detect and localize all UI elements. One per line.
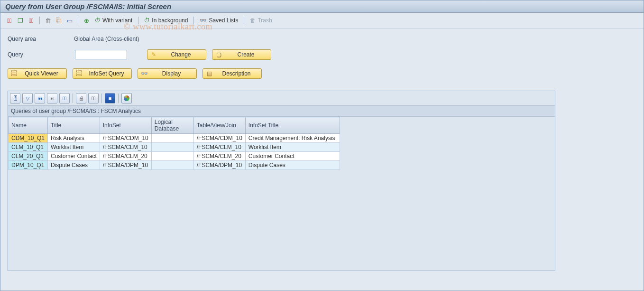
print-icon[interactable]: 🖨	[76, 93, 86, 103]
glasses-icon: 👓	[140, 70, 148, 77]
cell-title[interactable]: Worklist Item	[48, 143, 100, 152]
change-button[interactable]: ✎ Change	[147, 49, 206, 60]
filter-icon[interactable]: ▽⃒	[59, 93, 70, 103]
execute-direct-icon[interactable]: ⊕	[82, 16, 91, 25]
query-area-row: Query area Global Area (Cross-client)	[8, 36, 636, 42]
export-icon[interactable]: ⊞⃒	[88, 93, 99, 103]
with-variant-button[interactable]: ⏱ With variant	[93, 17, 134, 24]
secondary-button-row: ⿳ Quick Viewer ⿳ InfoSet Query 👓 Display…	[8, 68, 636, 79]
query-label: Query	[8, 51, 69, 58]
quick-viewer-button[interactable]: ⿳ Quick Viewer	[8, 68, 67, 79]
query-area-value: Global Area (Cross-client)	[74, 36, 139, 42]
in-background-button[interactable]: ⏱ In background	[142, 17, 190, 24]
infoset-query-label: InfoSet Query	[83, 70, 129, 77]
grid-caption: Queries of user group /FSCMA/IS : FSCM A…	[8, 105, 555, 117]
tree-icon: ⿳	[75, 70, 83, 77]
content-area: Query area Global Area (Cross-client) Qu…	[0, 28, 644, 278]
cell-ldb[interactable]	[151, 143, 193, 152]
cell-it[interactable]: Worklist Item	[245, 143, 340, 152]
cell-ldb[interactable]	[151, 134, 193, 143]
change-label: Change	[158, 51, 204, 58]
glasses-icon: 👓	[200, 17, 207, 24]
cell-infoset[interactable]: /FSCMA/CDM_10	[100, 134, 151, 143]
separator	[78, 17, 78, 24]
delete-icon[interactable]: 🗑	[44, 16, 52, 25]
query-input[interactable]	[75, 50, 127, 59]
saved-lists-button[interactable]: 👓 Saved Lists	[198, 17, 240, 24]
col-tvj[interactable]: Table/View/Join	[193, 117, 245, 134]
clock-icon: ⏱	[95, 17, 101, 24]
separator	[138, 17, 138, 24]
col-name[interactable]: Name	[9, 117, 48, 134]
col-ldb[interactable]: Logical Database	[151, 117, 193, 134]
execute-icon[interactable]: ✎⃝	[5, 16, 14, 25]
description-button[interactable]: ▤ Description	[202, 68, 262, 79]
infoset-query-button[interactable]: ⿳ InfoSet Query	[73, 68, 132, 79]
display-button[interactable]: 👓 Display	[138, 68, 197, 79]
separator	[39, 17, 40, 24]
cell-title[interactable]: Customer Contact	[48, 152, 100, 161]
cell-infoset[interactable]: /FSCMA/CLM_10	[100, 143, 151, 152]
create-button[interactable]: ▢ Create	[212, 49, 271, 60]
execute-new-icon[interactable]: ❐	[16, 16, 25, 25]
page-title: Query from User Group /FSCMA/IS: Initial…	[0, 0, 644, 13]
col-infoset-title[interactable]: InfoSet Title	[245, 117, 340, 134]
query-grid-panel: 🗄 ▽ ⏮ ⏯ ▽⃒ 🖨 ⊞⃒ ■ Queries of user group …	[8, 91, 555, 271]
cell-tvj[interactable]: /FSCMA/CLM_10	[193, 143, 245, 152]
trash-label: Trash	[258, 17, 272, 24]
cell-name[interactable]: CLM_10_Q1	[9, 143, 48, 152]
table-row[interactable]: CDM_10_Q1Risk Analysis/FSCMA/CDM_10/FSCM…	[9, 134, 340, 143]
separator	[244, 17, 244, 24]
cell-it[interactable]: Credit Management: Risk Analysis	[245, 134, 340, 143]
separator	[73, 94, 73, 103]
create-label: Create	[223, 51, 269, 58]
sort-asc-icon[interactable]: ▽	[22, 93, 33, 103]
trash-icon: 🗑	[250, 17, 256, 24]
table-header-row: Name Title InfoSet Logical Database Tabl…	[9, 117, 340, 134]
cell-it[interactable]: Customer Contact	[245, 152, 340, 161]
display-label: Display	[148, 70, 194, 77]
cell-name[interactable]: DPM_10_Q1	[9, 161, 48, 170]
separator	[101, 94, 102, 103]
pencil-icon: ✎	[149, 51, 158, 58]
query-area-label: Query area	[8, 36, 69, 42]
cell-name[interactable]: CLM_20_Q1	[9, 152, 48, 161]
cell-ldb[interactable]	[151, 161, 193, 170]
cell-it[interactable]: Dispute Cases	[245, 161, 340, 170]
sort-desc-icon[interactable]: ⏮	[35, 93, 45, 103]
cell-title[interactable]: Risk Analysis	[48, 134, 100, 143]
query-row: Query ✎ Change ▢ Create	[8, 49, 636, 60]
cell-infoset[interactable]: /FSCMA/DPM_10	[100, 161, 151, 170]
cell-infoset[interactable]: /FSCMA/CLM_20	[100, 152, 151, 161]
graphic-icon[interactable]	[121, 93, 132, 103]
cell-tvj[interactable]: /FSCMA/CLM_20	[193, 152, 245, 161]
application-toolbar: ✎⃝ ❐ ▷⃒ 🗑 ⿻ ▭ ⊕ ⏱ With variant ⏱ In back…	[0, 13, 644, 28]
separator	[118, 94, 119, 103]
cell-title[interactable]: Dispute Cases	[48, 161, 100, 170]
find-icon[interactable]: ⏯	[47, 93, 57, 103]
table-row[interactable]: CLM_10_Q1Worklist Item/FSCMA/CLM_10/FSCM…	[9, 143, 340, 152]
copy-icon[interactable]: ⿻	[55, 16, 63, 25]
in-background-label: In background	[152, 17, 188, 24]
col-infoset[interactable]: InfoSet	[100, 117, 151, 134]
clock-bg-icon: ⏱	[144, 17, 150, 24]
col-title[interactable]: Title	[48, 117, 100, 134]
cell-tvj[interactable]: /FSCMA/CDM_10	[193, 134, 245, 143]
table-row[interactable]: DPM_10_Q1Dispute Cases/FSCMA/DPM_10/FSCM…	[9, 161, 340, 170]
cell-name[interactable]: CDM_10_Q1	[9, 134, 48, 143]
tree-icon: ⿳	[10, 70, 18, 77]
query-table: Name Title InfoSet Logical Database Tabl…	[8, 117, 340, 170]
saved-lists-label: Saved Lists	[209, 17, 238, 24]
execute-debug-icon[interactable]: ▷⃒	[27, 16, 36, 25]
rename-icon[interactable]: ▭	[65, 16, 74, 25]
details-icon[interactable]: 🗄	[10, 93, 20, 103]
description-label: Description	[213, 70, 259, 77]
grid-toolbar: 🗄 ▽ ⏮ ⏯ ▽⃒ 🖨 ⊞⃒ ■	[8, 91, 555, 105]
cell-ldb[interactable]	[151, 152, 193, 161]
page-icon: ▢	[214, 51, 223, 58]
layout-icon[interactable]: ■	[105, 93, 115, 103]
table-row[interactable]: CLM_20_Q1Customer Contact/FSCMA/CLM_20/F…	[9, 152, 340, 161]
cell-tvj[interactable]: /FSCMA/DPM_10	[193, 161, 245, 170]
separator	[193, 17, 194, 24]
with-variant-label: With variant	[102, 17, 132, 24]
